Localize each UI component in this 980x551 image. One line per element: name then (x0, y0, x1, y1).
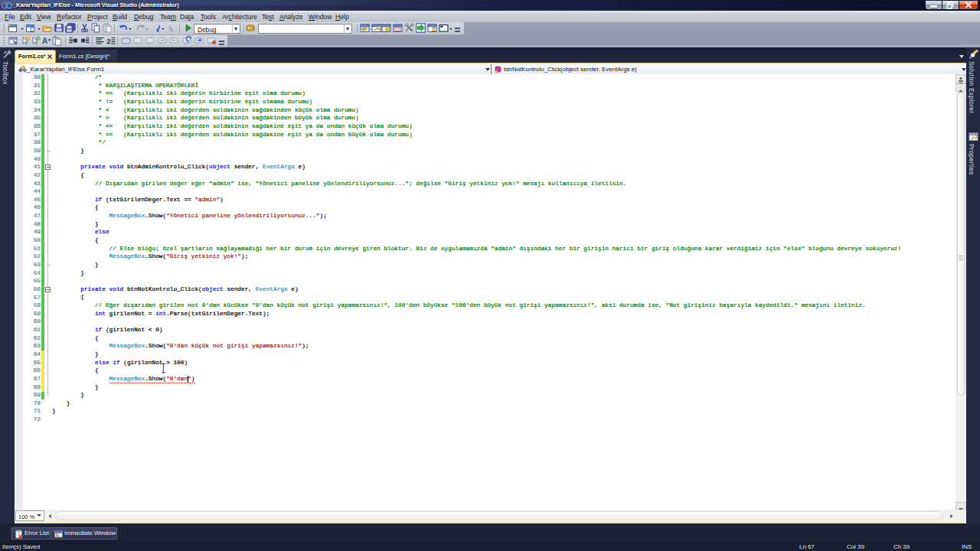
svg-text:2: 2 (107, 37, 111, 45)
svg-text:A: A (42, 37, 47, 45)
